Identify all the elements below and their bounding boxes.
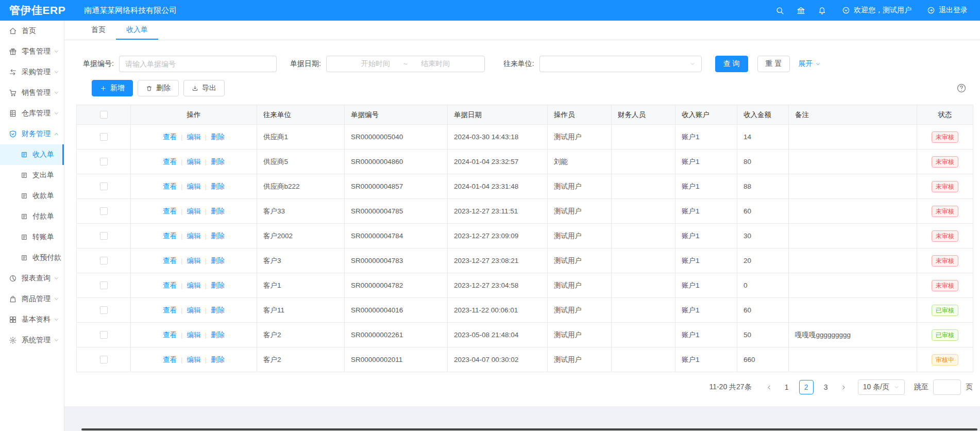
sidebar-item-payment-doc[interactable]: 付款单 bbox=[0, 206, 64, 227]
view-link[interactable]: 查看 bbox=[163, 306, 177, 314]
row-checkbox[interactable] bbox=[100, 356, 108, 363]
sidebar-item-reports[interactable]: 报表查询 bbox=[0, 268, 64, 289]
sidebar-item-basic-data[interactable]: 基本资料 bbox=[0, 309, 64, 330]
delete-link[interactable]: 删除 bbox=[211, 281, 225, 289]
delete-link[interactable]: 删除 bbox=[211, 232, 225, 240]
doc-no-input[interactable] bbox=[119, 56, 277, 72]
sidebar-item-finance[interactable]: 财务管理 bbox=[0, 124, 64, 144]
delete-link[interactable]: 删除 bbox=[211, 356, 225, 363]
sidebar-item-retail[interactable]: 零售管理 bbox=[0, 41, 64, 62]
sidebar-item-system[interactable]: 系统管理 bbox=[0, 330, 64, 351]
row-checkbox[interactable] bbox=[100, 207, 108, 215]
help-icon[interactable] bbox=[956, 83, 967, 93]
page-size-select[interactable]: 10 条/页 bbox=[858, 379, 905, 395]
row-checkbox[interactable] bbox=[100, 331, 108, 339]
search-icon[interactable] bbox=[775, 6, 784, 15]
view-link[interactable]: 查看 bbox=[163, 356, 177, 363]
view-link[interactable]: 查看 bbox=[163, 207, 177, 215]
cell-remark bbox=[789, 248, 917, 273]
delete-link[interactable]: 删除 bbox=[211, 306, 225, 314]
sidebar-item-expense-doc[interactable]: 支出单 bbox=[0, 165, 64, 186]
sidebar-item-label: 财务管理 bbox=[22, 129, 50, 139]
home-icon bbox=[9, 27, 17, 35]
sidebar-item-warehouse[interactable]: 仓库管理 bbox=[0, 103, 64, 124]
delete-button[interactable]: 删除 bbox=[138, 80, 179, 96]
row-checkbox[interactable] bbox=[100, 183, 108, 190]
expand-link[interactable]: 展开 bbox=[798, 59, 821, 69]
sidebar-item-sales[interactable]: 销售管理 bbox=[0, 82, 64, 103]
search-button[interactable]: 查 询 bbox=[715, 56, 748, 72]
row-checkbox[interactable] bbox=[100, 158, 108, 165]
view-link[interactable]: 查看 bbox=[163, 133, 177, 141]
reset-button[interactable]: 重 置 bbox=[757, 56, 790, 72]
jump-page-input[interactable] bbox=[933, 379, 961, 395]
logout-button[interactable]: 退出登录 bbox=[927, 6, 968, 15]
cell-account: 账户1 bbox=[675, 298, 737, 323]
view-link[interactable]: 查看 bbox=[163, 232, 177, 240]
tab-home[interactable]: 首页 bbox=[81, 21, 116, 40]
view-link[interactable]: 查看 bbox=[163, 331, 177, 339]
partner-select[interactable] bbox=[539, 56, 702, 72]
page-button-3[interactable]: 3 bbox=[819, 380, 833, 394]
cell-date: 2023-12-27 23:11:51 bbox=[448, 199, 548, 224]
view-link[interactable]: 查看 bbox=[163, 281, 177, 289]
row-checkbox[interactable] bbox=[100, 133, 108, 141]
bell-icon[interactable] bbox=[818, 6, 826, 15]
sidebar-item-transfer-doc[interactable]: 转账单 bbox=[0, 227, 64, 247]
edit-link[interactable]: 编辑 bbox=[187, 356, 201, 363]
cell-doc-no: SR00000002261 bbox=[345, 323, 448, 347]
link-separator: | bbox=[205, 257, 207, 264]
row-checkbox[interactable] bbox=[100, 232, 108, 240]
delete-link[interactable]: 删除 bbox=[211, 183, 225, 190]
tab-income[interactable]: 收入单 bbox=[116, 21, 158, 40]
document-icon bbox=[21, 234, 28, 241]
system-icon bbox=[9, 336, 17, 344]
cell-operator: 刘能 bbox=[548, 150, 612, 174]
edit-link[interactable]: 编辑 bbox=[187, 281, 201, 289]
bank-icon[interactable] bbox=[797, 6, 805, 15]
next-page-button[interactable] bbox=[840, 384, 847, 391]
edit-link[interactable]: 编辑 bbox=[187, 158, 201, 165]
edit-link[interactable]: 编辑 bbox=[187, 183, 201, 190]
prev-page-button[interactable] bbox=[766, 384, 772, 391]
sidebar-item-prepayment-doc[interactable]: 收预付款 bbox=[0, 247, 64, 268]
cell-account: 账户1 bbox=[675, 125, 737, 150]
user-menu[interactable]: 欢迎您，测试用户 bbox=[842, 6, 911, 15]
cell-operator: 测试用户 bbox=[548, 273, 612, 298]
edit-link[interactable]: 编辑 bbox=[187, 232, 201, 240]
sidebar-item-income-doc[interactable]: 收入单 bbox=[0, 144, 64, 165]
delete-link[interactable]: 删除 bbox=[211, 207, 225, 215]
edit-link[interactable]: 编辑 bbox=[187, 133, 201, 141]
export-button[interactable]: 导出 bbox=[183, 80, 225, 96]
sidebar-item-home[interactable]: 首页 bbox=[0, 21, 64, 41]
row-checkbox[interactable] bbox=[100, 257, 108, 264]
cell-date: 2024-01-04 23:32:57 bbox=[448, 150, 548, 174]
delete-link[interactable]: 删除 bbox=[211, 331, 225, 339]
page-button-2[interactable]: 2 bbox=[799, 380, 814, 394]
sidebar-item-receipt-doc[interactable]: 收款单 bbox=[0, 186, 64, 206]
page-button-1[interactable]: 1 bbox=[780, 380, 794, 394]
edit-link[interactable]: 编辑 bbox=[187, 306, 201, 314]
delete-link[interactable]: 删除 bbox=[211, 257, 225, 264]
sidebar-item-label: 付款单 bbox=[32, 212, 54, 221]
date-range-picker[interactable]: 开始时间 ~ 结束时间 bbox=[326, 56, 485, 72]
delete-link[interactable]: 删除 bbox=[211, 158, 225, 165]
select-all-checkbox[interactable] bbox=[100, 111, 108, 119]
cell-account: 账户1 bbox=[675, 199, 737, 224]
view-link[interactable]: 查看 bbox=[163, 158, 177, 165]
row-checkbox[interactable] bbox=[100, 281, 108, 289]
edit-link[interactable]: 编辑 bbox=[187, 257, 201, 264]
sidebar-item-label: 收预付款 bbox=[32, 253, 61, 262]
view-link[interactable]: 查看 bbox=[163, 257, 177, 264]
view-link[interactable]: 查看 bbox=[163, 183, 177, 190]
edit-link[interactable]: 编辑 bbox=[187, 207, 201, 215]
chevron-down-icon bbox=[54, 70, 59, 75]
horizontal-scrollbar[interactable] bbox=[81, 428, 977, 430]
add-button[interactable]: 新增 bbox=[92, 80, 133, 96]
row-checkbox[interactable] bbox=[100, 306, 108, 314]
sidebar-item-purchase[interactable]: 采购管理 bbox=[0, 62, 64, 82]
delete-link[interactable]: 删除 bbox=[211, 133, 225, 141]
edit-link[interactable]: 编辑 bbox=[187, 331, 201, 339]
document-icon bbox=[21, 192, 28, 200]
sidebar-item-goods[interactable]: 商品管理 bbox=[0, 289, 64, 309]
